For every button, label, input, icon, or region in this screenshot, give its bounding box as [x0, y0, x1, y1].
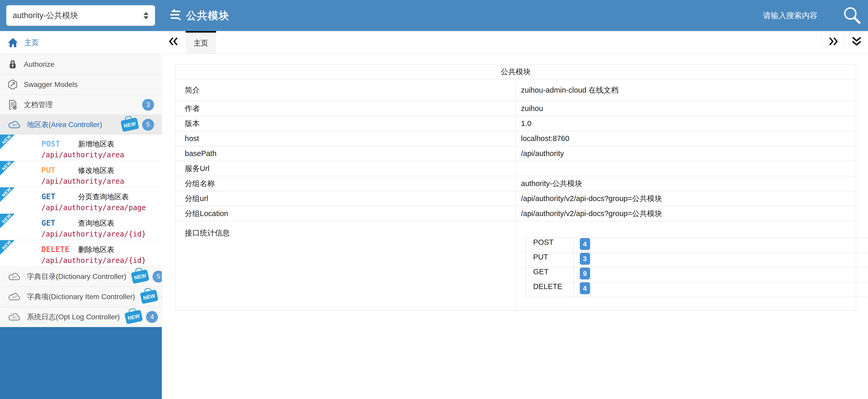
sidebar-item-opt-log-controller[interactable]: API系统日志(Opt Log Controller)NEW4 — [0, 307, 162, 327]
info-row-label: 服务Url — [176, 161, 516, 176]
operation-item-get[interactable]: NEWGET分页查询地区表/api/authority/area/page — [0, 187, 162, 214]
info-row-value: /api/authority/v2/api-docs?group=公共模块 — [516, 206, 856, 221]
new-ribbon: NEW — [0, 161, 14, 175]
group-select[interactable]: authority-公共模块 — [6, 5, 155, 26]
sidebar-item-label: 字典项(Dictionary Item Controller) — [27, 292, 135, 302]
api-cloud-icon: API — [7, 272, 21, 281]
stats-method-label: GET — [525, 267, 573, 282]
api-cloud-icon: API — [7, 292, 21, 301]
svg-text:API: API — [12, 296, 17, 299]
http-method-label: POST — [41, 139, 78, 148]
info-row: 作者zuihou — [176, 101, 856, 116]
tab-home[interactable]: 主页 — [186, 31, 216, 54]
new-ribbon: NEW — [0, 214, 14, 228]
sidebar-item-label: 字典目录(Dictionary Controller) — [27, 272, 126, 282]
doc-gear-icon — [7, 99, 18, 110]
module-info-table: 公共模块简介zuihou-admin-cloud 在线文档作者zuihou版本1… — [175, 64, 856, 311]
http-method-label: GET — [41, 219, 78, 227]
sidebar-item-dictionary-item-controller[interactable]: API字典项(Dictionary Item Controller)NEW6 — [0, 287, 162, 307]
method-stats-table: POST4PUT3GET9DELETE4 — [525, 238, 868, 297]
tab-label: 主页 — [194, 38, 208, 48]
operation-path: /api/authority/area/{id} — [41, 230, 146, 238]
info-row: 简介zuihou-admin-cloud 在线文档 — [176, 80, 856, 101]
stats-count-badge: 3 — [580, 253, 590, 265]
info-row-label: 分组Location — [176, 206, 516, 221]
new-tag: NEW — [140, 289, 158, 304]
tabs-scroll-right-button[interactable] — [822, 31, 845, 54]
info-row-value: /api/authority/v2/api-docs?group=公共模块 — [516, 191, 856, 206]
operation-path: /api/authority/area — [41, 177, 124, 186]
tab-content: 公共模块简介zuihou-admin-cloud 在线文档作者zuihou版本1… — [162, 54, 868, 311]
info-row: hostlocalhost:8760 — [176, 131, 856, 146]
sidebar-item-label: Swagger Models — [24, 81, 78, 89]
operation-name: 分页查询地区表 — [78, 192, 129, 202]
info-row-label: host — [176, 131, 516, 146]
svg-text:API: API — [12, 124, 17, 127]
sidebar: 主页AuthorizeSwagger Models文档管理3API地区表(Are… — [0, 31, 162, 399]
stats-count-badge: 9 — [580, 267, 590, 280]
info-table-header-row: 公共模块 — [176, 64, 856, 80]
search-icon[interactable] — [842, 6, 862, 25]
stats-table-row: DELETE4 — [525, 282, 868, 297]
stats-row: 接口统计信息POST4PUT3GET9DELETE4 — [176, 221, 856, 311]
search-placeholder-text[interactable]: 请输入搜索内容 — [763, 10, 817, 21]
double-chevron-down-icon — [851, 36, 862, 49]
tabs-menu-button[interactable] — [845, 31, 868, 54]
info-row-value: 1.0 — [516, 116, 856, 131]
new-ribbon: NEW — [0, 187, 14, 202]
info-row-value: authority-公共模块 — [516, 176, 856, 191]
top-header: authority-公共模块 公共模块 请输入搜索内容 — [0, 0, 868, 31]
sidebar-item-label: Authorize — [24, 60, 54, 68]
sidebar-item-doc-manage[interactable]: 文档管理3 — [0, 95, 162, 115]
info-row: 分组Location/api/authority/v2/api-docs?gro… — [176, 206, 856, 221]
tab-strip: 主页 — [162, 31, 868, 54]
sidebar-item-authorize[interactable]: Authorize — [0, 54, 162, 75]
operation-name: 修改地区表 — [78, 166, 114, 175]
sidebar-item-meta: 3 — [142, 99, 154, 111]
sidebar-item-swagger-models[interactable]: Swagger Models — [0, 75, 162, 95]
sidebar-item-area-controller[interactable]: API地区表(Area Controller)NEW5 — [0, 115, 162, 135]
stats-value-cell: POST4PUT3GET9DELETE4 — [516, 221, 856, 311]
operation-name: 删除地区表 — [78, 245, 114, 255]
sidebar-item-label: 文档管理 — [24, 100, 53, 110]
new-tag: NEW — [125, 310, 143, 324]
new-ribbon: NEW — [0, 240, 14, 255]
info-row-label: 作者 — [176, 101, 516, 116]
operation-list: NEWPOST新增地区表/api/authority/areaNEWPUT修改地… — [0, 135, 162, 266]
stats-count-badge: 4 — [580, 238, 590, 250]
operation-path: /api/authority/area/{id} — [41, 256, 146, 265]
info-row-label: 版本 — [176, 116, 516, 131]
info-row-value: /api/authority — [516, 146, 856, 161]
info-row: 分组名称authority-公共模块 — [176, 176, 856, 191]
tabs-scroll-left-button[interactable] — [162, 31, 185, 54]
sidebar-item-label: 地区表(Area Controller) — [27, 120, 102, 130]
operation-item-post[interactable]: NEWPOST新增地区表/api/authority/area — [0, 135, 162, 161]
sidebar-item-label: 系统日志(Opt Log Controller) — [27, 312, 120, 322]
home-icon — [7, 37, 19, 48]
operation-item-put[interactable]: NEWPUT修改地区表/api/authority/area — [0, 161, 162, 187]
sidebar-item-meta: NEW5 — [132, 270, 162, 283]
stats-count-cell: 4 — [573, 282, 868, 297]
stats-count-cell: 9 — [573, 267, 868, 282]
select-arrows-icon — [144, 12, 149, 20]
operation-item-get[interactable]: NEWGET查询地区表/api/authority/area/{id} — [0, 214, 162, 240]
sidebar-item-dictionary-controller[interactable]: API字典目录(Dictionary Controller)NEW5 — [0, 266, 162, 287]
group-select-value: authority-公共模块 — [13, 10, 144, 21]
info-row-value: zuihou — [516, 101, 856, 116]
info-table-title: 公共模块 — [176, 64, 856, 80]
new-tag: NEW — [131, 269, 149, 284]
svg-text:API: API — [12, 316, 17, 319]
operation-item-delete[interactable]: NEWDELETE删除地区表/api/authority/area/{id} — [0, 240, 162, 266]
lock-icon — [7, 59, 18, 70]
info-row-value: localhost:8760 — [516, 131, 856, 146]
info-row-label: 分组名称 — [176, 176, 516, 191]
models-icon — [7, 79, 18, 90]
http-method-label: GET — [41, 192, 78, 201]
stats-method-label: POST — [525, 238, 573, 253]
stats-count-badge: 4 — [580, 282, 590, 294]
sidebar-item-label: 主页 — [24, 38, 39, 48]
api-cloud-icon: API — [7, 312, 21, 321]
operation-path: /api/authority/area/page — [41, 203, 146, 212]
stats-table-row: POST4 — [525, 238, 868, 253]
sidebar-item-home[interactable]: 主页 — [0, 31, 162, 54]
